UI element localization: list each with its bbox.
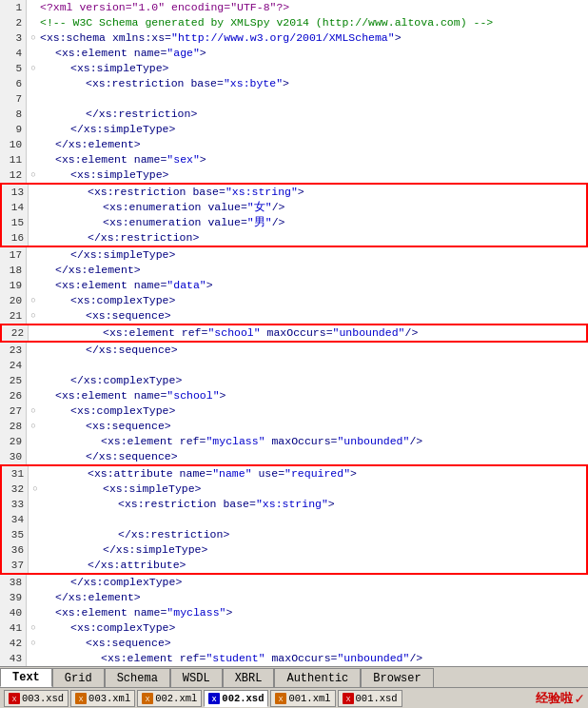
collapse-dot[interactable]: ○ [27, 293, 40, 308]
code-line-1: 1 <?xml version="1.0" encoding="UTF-8"?> [0, 0, 588, 15]
file-label: 003.xsd [22, 693, 64, 704]
collapse-dot[interactable]: ○ [27, 308, 40, 324]
code-text: <xs:attribute name="name" use="required"… [42, 466, 586, 482]
code-line-25: 25 </xs:complexType> [0, 373, 588, 388]
code-text: <xs:restriction base="xs:string"> [42, 185, 586, 200]
collapse-dot[interactable]: ○ [27, 403, 40, 419]
line-number: 11 [0, 152, 27, 167]
file-tab-003xsd[interactable]: X 003.xsd [4, 690, 69, 707]
code-container: 1 <?xml version="1.0" encoding="UTF-8"?>… [0, 0, 588, 666]
code-text: <xs:sequence> [40, 636, 588, 651]
line-number: 9 [0, 122, 27, 137]
line-number: 15 [2, 215, 29, 230]
tab-authentic[interactable]: Authentic [274, 668, 361, 687]
line-number: 28 [0, 419, 27, 434]
line-number: 39 [0, 590, 27, 605]
code-text: <xs:sequence> [40, 308, 588, 324]
code-text: </xs:complexType> [40, 575, 588, 590]
code-text: <xs:sequence> [40, 419, 588, 434]
code-text: <xs:restriction base="xs:string"> [42, 497, 586, 512]
tab-wsdl[interactable]: WSDL [170, 668, 223, 687]
line-number: 7 [0, 91, 27, 107]
code-text: </xs:simpleType> [42, 542, 586, 558]
file-label: 001.xsd [356, 693, 398, 704]
tab-browser[interactable]: Browser [361, 668, 433, 687]
file-label: 002.xml [155, 693, 197, 704]
xml-icon: X [275, 693, 286, 704]
code-line-43: 43 <xs:element ref="student" maxOccurs="… [0, 651, 588, 666]
file-tab-001xml[interactable]: X 001.xml [270, 690, 335, 707]
code-line-27: 27 ○ <xs:complexType> [0, 403, 588, 419]
line-number: 24 [0, 358, 27, 373]
code-line-40: 40 <xs:element name="myclass"> [0, 605, 588, 620]
xsd-icon: X [208, 693, 220, 704]
code-line-39: 39 </xs:element> [0, 590, 588, 605]
line-number: 40 [0, 605, 27, 620]
collapse-dot[interactable]: ○ [27, 620, 40, 636]
code-line-19: 19 <xs:element name="data"> [0, 278, 588, 293]
code-text: </xs:restriction> [42, 230, 586, 246]
code-line-9: 9 </xs:simpleType> [0, 122, 588, 137]
code-text: <xs:element name="school"> [40, 388, 588, 403]
collapse-dot[interactable]: ○ [29, 482, 42, 497]
code-text: <xs:element name="myclass"> [40, 605, 588, 620]
code-text: <xs:complexType> [40, 403, 588, 419]
file-label: 002.xsd [222, 693, 264, 704]
code-text: </xs:restriction> [40, 107, 588, 122]
code-text: </xs:restriction> [42, 527, 586, 542]
file-tab-003xml[interactable]: X 003.xml [70, 690, 135, 707]
file-tab-002xml[interactable]: X 002.xml [137, 690, 202, 707]
line-number: 4 [0, 46, 27, 61]
code-line-11: 11 <xs:element name="sex"> [0, 152, 588, 167]
code-line-21: 21 ○ <xs:sequence> [0, 308, 588, 324]
code-text: <xs:enumeration value="男"/> [42, 215, 586, 230]
tab-grid[interactable]: Grid [52, 668, 105, 687]
code-line-13: 13 <xs:restriction base="xs:string"> [0, 183, 588, 200]
line-number: 29 [0, 434, 27, 449]
code-line-24: 24 [0, 358, 588, 373]
line-number: 14 [2, 200, 29, 215]
line-number: 26 [0, 388, 27, 403]
code-line-42: 42 ○ <xs:sequence> [0, 636, 588, 651]
code-text: <xs:element ref="student" maxOccurs="unb… [40, 651, 588, 666]
line-number: 5 [0, 61, 27, 76]
code-text: </xs:attribute> [42, 558, 586, 573]
line-number: 35 [2, 527, 29, 542]
collapse-dot[interactable]: ○ [27, 167, 40, 183]
code-line-22: 22 <xs:element ref="school" maxOccurs="u… [0, 324, 588, 343]
tab-xbrl[interactable]: XBRL [223, 668, 275, 687]
code-text: <xs:element ref="myclass" maxOccurs="unb… [40, 434, 588, 449]
code-line-18: 18 </xs:element> [0, 263, 588, 278]
tab-schema[interactable]: Schema [105, 668, 170, 687]
collapse-dot[interactable]: ○ [27, 636, 40, 651]
line-number: 10 [0, 137, 27, 152]
tab-text[interactable]: Text [0, 668, 52, 687]
file-tab-001xsd[interactable]: X 001.xsd [338, 690, 402, 707]
watermark: 经验啦 ✓ [536, 689, 584, 708]
code-text: </xs:sequence> [40, 449, 588, 464]
file-tab-002xsd[interactable]: X 002.xsd [204, 690, 268, 707]
line-number: 30 [0, 449, 27, 464]
code-line-32: 32 ○ <xs:simpleType> [0, 482, 588, 497]
line-number: 25 [0, 373, 27, 388]
code-line-16: 16 </xs:restriction> [0, 230, 588, 247]
line-number: 41 [0, 620, 27, 636]
code-text: <xs:complexType> [40, 293, 588, 308]
code-line-29: 29 <xs:element ref="myclass" maxOccurs="… [0, 434, 588, 449]
code-text: <xs:simpleType> [42, 482, 586, 497]
line-number: 17 [0, 247, 27, 263]
code-text: <xs:simpleType> [40, 61, 588, 76]
code-line-36: 36 </xs:simpleType> [0, 542, 588, 558]
line-number: 8 [0, 107, 27, 122]
line-number: 16 [2, 230, 29, 246]
watermark-text: 经验啦 [536, 690, 573, 707]
code-text: <!-- W3C Schema generated by XMLSpy v201… [40, 15, 588, 30]
line-number: 3 [0, 30, 27, 46]
code-text: <xs:element name="age"> [40, 46, 588, 61]
svg-text:X: X [279, 696, 284, 702]
collapse-dot[interactable]: ○ [27, 61, 40, 76]
code-text: <xs:complexType> [40, 620, 588, 636]
collapse-dot[interactable]: ○ [27, 419, 40, 434]
code-text: <xs:schema xmlns:xs="http://www.w3.org/2… [40, 30, 588, 46]
collapse-dot[interactable]: ○ [27, 30, 40, 46]
